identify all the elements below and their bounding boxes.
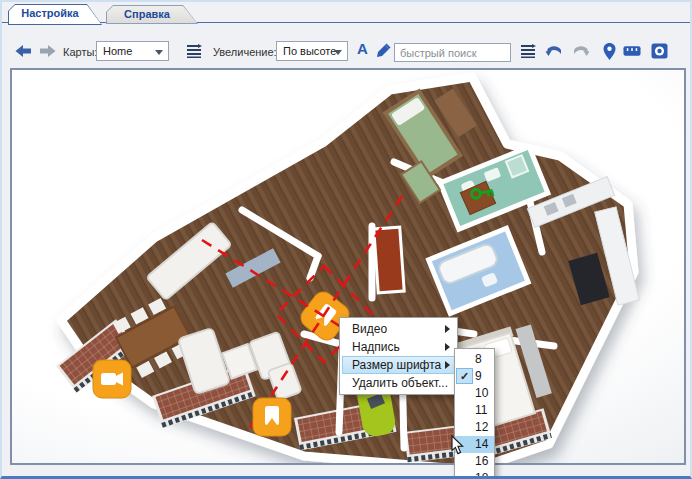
submenu-arrow-icon [445, 325, 450, 333]
camera-region-icon [651, 43, 668, 59]
text-tool-button[interactable]: A [357, 40, 368, 57]
menu-item-delete-object[interactable]: Удалить объект... [342, 374, 455, 392]
video-camera-icon [92, 359, 132, 399]
menu-item-caption-label: Надпись [352, 340, 400, 354]
undo-button[interactable] [545, 42, 563, 60]
scale-list-icon [186, 44, 202, 58]
submenu-arrow-icon [445, 343, 450, 351]
map-pin-button[interactable] [600, 42, 618, 60]
back-button[interactable] [14, 42, 32, 60]
font-size-option-12[interactable]: 12 [455, 419, 494, 436]
ruler-icon [623, 45, 641, 57]
hall-cabinet [374, 227, 404, 293]
font-size-option-18[interactable]: 18 [455, 470, 494, 479]
menu-item-delete-object-label: Удалить объект... [352, 376, 448, 390]
redo-icon [572, 44, 590, 58]
maps-label: Карты: [63, 46, 97, 58]
map-pin-icon [603, 43, 616, 60]
search-apply-icon [520, 44, 536, 58]
search-apply-button[interactable] [519, 42, 537, 60]
menu-item-font-size-label: Размер шрифта [352, 358, 441, 372]
camera-region-button[interactable] [650, 42, 668, 60]
tab-settings-label: Настройка [8, 7, 92, 19]
submenu-arrow-icon [445, 361, 450, 369]
menu-item-font-size[interactable]: Размер шрифта [342, 356, 455, 374]
maps-select-value: Home [103, 45, 132, 57]
forward-arrow-icon [39, 44, 56, 58]
chevron-down-icon [155, 50, 163, 55]
search-input[interactable] [394, 43, 511, 62]
camera-dome[interactable] [252, 397, 292, 437]
context-menu: Видео Надпись Размер шрифта Удалить объе… [339, 317, 458, 395]
floor-plan [12, 70, 684, 463]
map-panel [10, 68, 686, 465]
forward-button[interactable] [38, 42, 56, 60]
scale-list-button[interactable] [185, 42, 203, 60]
font-size-option-11[interactable]: 11 [455, 402, 494, 419]
font-size-option-14[interactable]: 14 [455, 436, 494, 453]
font-size-option-10[interactable]: 10 [455, 385, 494, 402]
font-size-option-9[interactable]: ✓ 9 [455, 368, 494, 385]
chevron-down-icon [334, 50, 342, 55]
maps-select[interactable]: Home [96, 41, 169, 61]
apartment-outline [61, 77, 634, 463]
tab-settings[interactable]: Настройка [8, 4, 102, 25]
font-size-option-16[interactable]: 16 [455, 453, 494, 470]
app-window: Настройка Справка Карты: Home [0, 0, 692, 479]
ruler-button[interactable] [623, 42, 641, 60]
zoom-select-value: По высоте [283, 45, 336, 57]
pencil-icon [375, 43, 391, 59]
tab-help[interactable]: Справка [106, 5, 198, 24]
toolbar: Карты: Home Увеличение: По высоте A [2, 23, 690, 68]
font-size-option-8[interactable]: 8 [455, 351, 494, 368]
menu-item-caption[interactable]: Надпись [342, 338, 455, 356]
tab-help-label: Справка [106, 8, 188, 20]
check-icon: ✓ [456, 368, 473, 384]
menu-item-video[interactable]: Видео [342, 320, 455, 338]
zoom-select[interactable]: По высоте [276, 41, 348, 61]
dome-camera-icon [252, 397, 292, 437]
zoom-label: Увеличение: [213, 46, 277, 58]
back-arrow-icon [15, 44, 32, 58]
pencil-tool-button[interactable] [374, 42, 392, 60]
redo-button[interactable] [572, 42, 590, 60]
undo-icon [545, 44, 563, 58]
map-canvas[interactable] [12, 70, 684, 463]
menu-item-video-label: Видео [352, 322, 387, 336]
font-size-submenu: 8 ✓ 9 10 11 12 14 16 18 [454, 348, 495, 479]
tab-bar: Настройка Справка [2, 2, 690, 24]
camera-video[interactable] [92, 359, 132, 399]
